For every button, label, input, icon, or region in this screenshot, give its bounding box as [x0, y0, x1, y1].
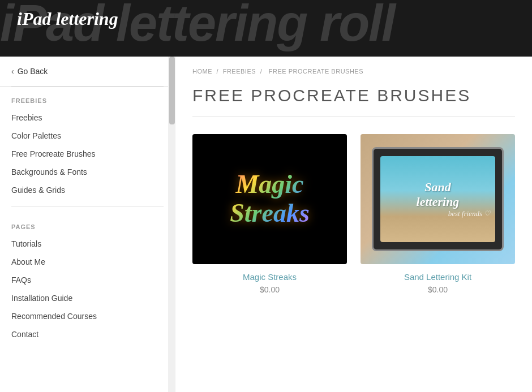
go-back-arrow-icon: ‹	[11, 67, 14, 76]
sidebar-item-free-procreate-brushes[interactable]: Free Procreate Brushes	[0, 145, 175, 163]
sidebar-item-faqs[interactable]: FAQs	[0, 271, 175, 289]
sand-lettering-subtext: best friends ♡	[380, 209, 495, 218]
sidebar-section-freebies-label: FREEBIES	[0, 87, 175, 109]
sidebar-item-freebies[interactable]: Freebies	[0, 109, 175, 127]
magic-streaks-text: MagicStreaks	[230, 170, 310, 227]
main-layout: ‹ Go Back FREEBIES Freebies Color Palett…	[0, 57, 532, 392]
sidebar-item-installation-guide[interactable]: Installation Guide	[0, 289, 175, 307]
sand-lettering-artwork: Sandlettering best friends ♡	[361, 134, 515, 264]
product-name-sand-lettering[interactable]: Sand Lettering Kit	[404, 272, 471, 282]
sidebar-section-pages-label: PAGES	[0, 213, 175, 235]
sidebar-item-recommended-courses[interactable]: Recommended Courses	[0, 307, 175, 325]
site-logo[interactable]: iPad lettering	[17, 8, 118, 29]
sidebar-item-backgrounds-fonts[interactable]: Backgrounds & Fonts	[0, 163, 175, 181]
title-divider	[192, 117, 515, 117]
product-image-magic-streaks: MagicStreaks	[192, 134, 347, 264]
page-title: FREE PROCREATE BRUSHES	[192, 86, 515, 105]
product-name-magic-streaks[interactable]: Magic Streaks	[243, 272, 297, 282]
product-price-magic-streaks: $0.00	[260, 285, 280, 294]
sidebar-item-tutorials[interactable]: Tutorials	[0, 235, 175, 253]
sidebar-scrollbar[interactable]	[168, 57, 175, 392]
products-grid: MagicStreaks Magic Streaks $0.00 Sandlet…	[192, 134, 515, 294]
sand-lettering-tablet: Sandlettering best friends ♡	[372, 147, 503, 251]
go-back-button[interactable]: ‹ Go Back	[0, 57, 175, 87]
sidebar-item-contact[interactable]: Contact	[0, 325, 175, 343]
sidebar-divider-2	[11, 206, 164, 206]
main-content: HOME / FREEBIES / FREE PROCREATE BRUSHES…	[175, 57, 532, 392]
product-price-sand-lettering: $0.00	[428, 285, 448, 294]
go-back-label: Go Back	[18, 67, 48, 76]
breadcrumb-home[interactable]: HOME	[192, 68, 212, 75]
magic-streaks-artwork: MagicStreaks	[192, 134, 347, 264]
sidebar-item-about-me[interactable]: About Me	[0, 253, 175, 271]
sand-lettering-screen: Sandlettering best friends ♡	[380, 156, 495, 242]
sidebar-item-guides-grids[interactable]: Guides & Grids	[0, 181, 175, 199]
sidebar-item-color-palettes[interactable]: Color Palettes	[0, 127, 175, 145]
breadcrumb-freebies[interactable]: FREEBIES	[223, 68, 256, 75]
site-header: iPad lettering roll iPad lettering	[0, 0, 532, 57]
breadcrumb: HOME / FREEBIES / FREE PROCREATE BRUSHES	[192, 68, 515, 75]
breadcrumb-current: FREE PROCREATE BRUSHES	[269, 68, 363, 75]
breadcrumb-sep1: /	[217, 68, 219, 75]
sidebar-scrollbar-thumb[interactable]	[169, 57, 175, 124]
product-card-sand-lettering[interactable]: Sandlettering best friends ♡ Sand Letter…	[361, 134, 515, 294]
product-card-magic-streaks[interactable]: MagicStreaks Magic Streaks $0.00	[192, 134, 347, 294]
sand-lettering-text: Sandlettering	[417, 180, 460, 210]
breadcrumb-sep2: /	[260, 68, 263, 75]
product-image-sand-lettering: Sandlettering best friends ♡	[361, 134, 515, 264]
sidebar: ‹ Go Back FREEBIES Freebies Color Palett…	[0, 57, 175, 392]
